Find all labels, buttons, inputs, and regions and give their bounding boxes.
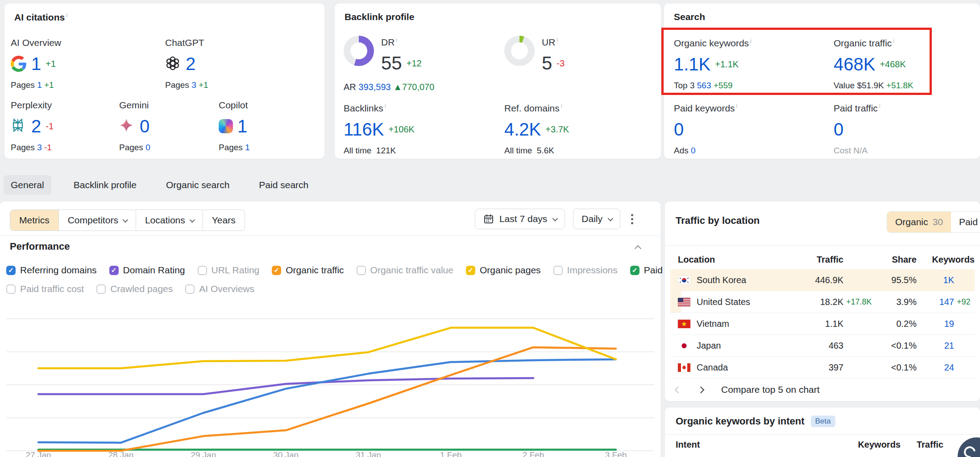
x-axis-label: 30 Jan xyxy=(273,450,299,457)
info-icon[interactable]: i xyxy=(385,103,386,109)
performance-chart[interactable]: 27 Jan28 Jan29 Jan30 Jan31 Jan1 Feb2 Feb… xyxy=(0,294,660,457)
years-filter-button[interactable]: Years xyxy=(203,210,245,231)
flag-united-states-icon xyxy=(678,298,690,306)
table-row-canada[interactable]: Canada 397 <0.1% 24 xyxy=(670,357,975,379)
ur-metric: URi 5-3 xyxy=(542,37,565,74)
locations-filter-button[interactable]: Locations xyxy=(136,210,203,231)
ref-domains-value[interactable]: 4.2K xyxy=(504,119,541,140)
copilot-value[interactable]: 1 xyxy=(237,116,247,136)
more-options-button[interactable] xyxy=(628,211,636,227)
table-row-vietnam[interactable]: Vietnam 1.1K 0.2% 19 xyxy=(670,313,975,335)
search-title: Search xyxy=(674,12,705,22)
metrics-filter-button[interactable]: Metrics xyxy=(10,210,58,231)
google-g-icon xyxy=(11,56,27,72)
location-pagination: Compare top 5 on chart xyxy=(676,384,820,395)
checkbox-ai-overviews[interactable]: AI Overviews xyxy=(185,284,254,294)
table-row-japan[interactable]: Japan 463 <0.1% 21 xyxy=(670,335,975,357)
traffic-by-location-title: Traffic by location xyxy=(676,215,760,226)
info-icon[interactable]: i xyxy=(561,103,562,109)
checkbox-crawled-pages[interactable]: Crawled pages xyxy=(96,284,173,294)
performance-title: Performance xyxy=(10,241,70,252)
ai-citations-title: AI citationsi xyxy=(14,12,67,23)
info-icon[interactable]: i xyxy=(736,103,738,109)
checkbox-impressions[interactable]: Impressions xyxy=(553,265,618,276)
info-icon[interactable]: i xyxy=(396,37,397,43)
section-tabs: General Backlink profile Organic search … xyxy=(4,175,316,195)
chevron-down-icon xyxy=(608,215,614,221)
organic-traffic-metric: Organic traffici 468K+468K Value $51.9K … xyxy=(834,37,914,91)
ai-overview-value[interactable]: 1 xyxy=(31,54,41,74)
competitors-filter-button[interactable]: Competitors xyxy=(58,210,136,231)
checkbox-url-rating[interactable]: URL Rating xyxy=(198,265,260,276)
checkbox-icon: ✓ xyxy=(466,266,475,275)
checkbox-organic-traffic-value[interactable]: Organic traffic value xyxy=(357,265,453,276)
info-icon[interactable]: i xyxy=(893,37,894,44)
info-icon[interactable]: i xyxy=(879,103,880,109)
tab-paid-search[interactable]: Paid search xyxy=(252,175,316,195)
organic-traffic-value[interactable]: 468K xyxy=(834,54,875,74)
keywords-link[interactable]: 19 xyxy=(917,319,954,329)
compare-top5-link[interactable]: Compare top 5 on chart xyxy=(721,384,820,395)
toggle-organic[interactable]: Organic30 xyxy=(887,212,951,232)
date-range-button[interactable]: Last 7 days xyxy=(475,209,565,229)
metric-checkbox-row-2: Paid traffic cost Crawled pages AI Overv… xyxy=(6,283,254,295)
prev-page-icon[interactable] xyxy=(675,386,682,393)
gemini-icon xyxy=(119,118,135,134)
divider xyxy=(665,245,980,246)
location-table-header: Location Traffic Share Keywords xyxy=(670,251,975,268)
copilot-metric: Copilot 1 Pages 1 xyxy=(219,100,250,152)
next-page-icon[interactable] xyxy=(698,386,705,393)
gemini-pages: Pages 0 xyxy=(119,143,150,152)
tab-backlink-profile[interactable]: Backlink profile xyxy=(66,175,144,195)
chevron-down-icon xyxy=(552,215,558,221)
chevron-down-icon xyxy=(122,217,128,222)
ar-value[interactable]: 393,593 xyxy=(358,82,390,92)
info-icon[interactable]: i xyxy=(556,37,558,43)
dr-value: 55 xyxy=(381,53,402,74)
paid-traffic-value[interactable]: 0 xyxy=(834,119,843,140)
flag-canada-icon xyxy=(678,363,690,372)
ur-donut xyxy=(504,36,535,66)
gemini-value[interactable]: 0 xyxy=(140,116,149,136)
backlinks-value[interactable]: 116K xyxy=(344,119,384,140)
table-row-south-korea[interactable]: South Korea 446.9K 95.5% 1K xyxy=(670,269,975,291)
checkbox-paid-traffic-cost[interactable]: Paid traffic cost xyxy=(6,284,84,294)
checkbox-organic-pages[interactable]: ✓Organic pages xyxy=(466,265,541,276)
x-axis-label: 1 Feb xyxy=(440,450,462,457)
keywords-link[interactable]: 24 xyxy=(917,362,954,373)
ref-domains-metric: Ref. domainsi 4.2K+3.7K All time 5.6K xyxy=(504,103,569,156)
chevron-down-icon xyxy=(189,217,195,222)
chart-line-domain-rating xyxy=(38,378,533,394)
dashboard-screen: AI citationsi AI Overview 1 +1 Pages 1 +… xyxy=(0,0,980,457)
toggle-paid[interactable]: Paid0 xyxy=(951,212,980,232)
keywords-link[interactable]: 21 xyxy=(917,341,954,351)
collapse-chevron-icon[interactable] xyxy=(635,245,642,252)
copilot-pages: Pages 1 xyxy=(219,143,250,152)
paid-keywords-value[interactable]: 0 xyxy=(674,119,684,140)
keywords-link[interactable]: 147 xyxy=(917,297,954,307)
granularity-button[interactable]: Daily xyxy=(573,209,620,229)
info-icon[interactable]: i xyxy=(750,37,752,44)
chart-controls: Last 7 days Daily xyxy=(475,209,636,229)
table-row-united-states[interactable]: United States 18.2K+17.8K 3.9% 147+92 xyxy=(670,291,975,313)
keywords-link[interactable]: 1K xyxy=(917,275,954,285)
checkbox-icon xyxy=(6,284,16,294)
tab-organic-search[interactable]: Organic search xyxy=(159,175,237,195)
checkbox-referring-domains[interactable]: ✓Referring domains xyxy=(6,265,97,276)
checkbox-icon xyxy=(96,284,106,294)
x-axis-label: 29 Jan xyxy=(191,450,216,457)
perplexity-value[interactable]: 2 xyxy=(31,116,41,136)
divider xyxy=(0,235,660,236)
info-icon[interactable]: i xyxy=(66,12,67,18)
backlinks-metric: Backlinksi 116K+106K All time 121K xyxy=(344,103,415,156)
organic-keywords-value[interactable]: 1.1K xyxy=(674,54,710,74)
calendar-icon xyxy=(483,214,494,224)
chatgpt-value[interactable]: 2 xyxy=(186,54,195,74)
metric-checkbox-row-1: ✓Referring domains ✓Domain Rating URL Ra… xyxy=(6,264,688,276)
flag-vietnam-icon xyxy=(678,320,690,328)
checkbox-organic-traffic[interactable]: ✓Organic traffic xyxy=(272,265,344,276)
checkbox-domain-rating[interactable]: ✓Domain Rating xyxy=(109,265,185,276)
flag-japan-icon xyxy=(678,342,690,350)
backlink-profile-card: Backlink profile DRi 55+12 AR 393,593 ▲7… xyxy=(335,4,661,159)
tab-general[interactable]: General xyxy=(4,175,51,195)
